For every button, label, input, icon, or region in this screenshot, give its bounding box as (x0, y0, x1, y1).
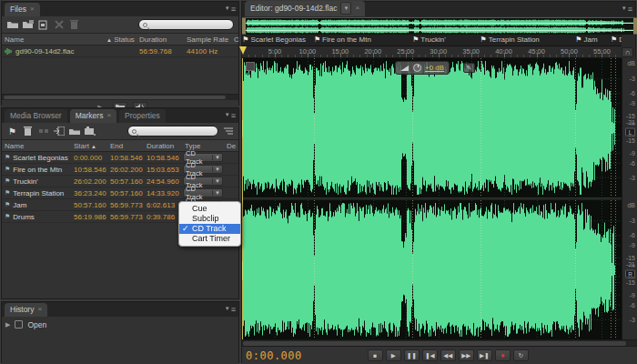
tab-media-browser[interactable]: Media Browser (5, 109, 67, 123)
tab-history[interactable]: History × (5, 303, 47, 317)
rewind-button[interactable]: ◀◀ (440, 349, 456, 361)
close-icon[interactable]: × (37, 306, 42, 313)
chevron-down-icon[interactable]: ▼ (340, 2, 351, 15)
timeline-marker[interactable]: ⚑Fire on the Mtn (314, 35, 371, 44)
import-file-icon[interactable] (22, 19, 34, 30)
add-marker-icon[interactable]: ⚑ (6, 126, 18, 136)
markers-col-description[interactable]: De (224, 142, 237, 150)
files-row[interactable]: gd90-09-14d2.flac 56:59.768 44100 Hz (2, 46, 238, 57)
tab-files[interactable]: Files × (5, 3, 40, 16)
display-options-icon[interactable] (246, 62, 255, 71)
ruler-tick-label: 30:00 (430, 47, 447, 56)
db-tick-label: -9 (630, 291, 635, 298)
snap-toggle-icon[interactable]: ∩ (622, 47, 633, 57)
db-tick-label: -3 (630, 76, 635, 82)
overview-left-handle[interactable] (242, 18, 246, 34)
files-col-duration[interactable]: Duration (136, 35, 184, 44)
editor-horizontal-scrollbar[interactable] (242, 339, 637, 346)
ruler-tick (458, 55, 459, 57)
markers-col-duration[interactable]: Duration (144, 142, 182, 150)
hud-pin-icon[interactable]: ✎ (463, 63, 475, 73)
export-markers-icon[interactable] (68, 126, 80, 136)
ruler-tick (517, 55, 518, 57)
markers-col-name[interactable]: Name (2, 142, 71, 150)
channel-divider[interactable] (242, 197, 622, 200)
markers-search-input[interactable] (127, 126, 218, 136)
marker-bar[interactable]: ⚑Scarlet Begonias⚑Fire on the Mtn⚑Trucki… (242, 35, 622, 46)
ruler-tick-label: 20:00 (364, 47, 381, 56)
history-panel: History × ▼≡ ▶ Open (1, 301, 239, 363)
timeline-ruler[interactable]: 5:0010:0015:0020:0025:0030:0035:0040:004… (242, 46, 622, 58)
timeline-marker[interactable]: ⚑Scarlet Begonias (242, 35, 306, 44)
files-col-status[interactable]: ▲ Status (102, 35, 136, 44)
gain-knob[interactable] (413, 64, 421, 72)
panel-menu-icon[interactable]: ▼≡ (225, 111, 236, 120)
close-icon[interactable]: × (355, 5, 359, 12)
waveform-display[interactable]: dB-3-3-6-6-9-9-15-15-21-21-∞LdB-3-3-6-6-… (242, 58, 637, 339)
menu-item-cd-track[interactable]: ✓ CD Track (179, 224, 240, 234)
timeline-marker[interactable]: ⚑Truckin' (412, 35, 446, 44)
filter-list-icon[interactable] (222, 126, 234, 136)
record-button[interactable]: ● (495, 349, 511, 361)
ruler-tick (589, 55, 590, 57)
stop-button[interactable]: ■ (368, 349, 383, 361)
waveform-right-channel[interactable] (242, 200, 622, 339)
tab-markers[interactable]: Markers × (70, 109, 116, 123)
files-panel: Files × ▼≡ Name ▲ Status Duration Sample… (1, 1, 239, 106)
channel-badge-r[interactable]: R (625, 269, 635, 278)
files-horizontal-scrollbar[interactable] (2, 94, 238, 99)
ruler-tick-label: 50:00 (561, 47, 578, 56)
export-audio-icon[interactable] (84, 126, 96, 136)
marker-flag-icon: ⚑ (5, 177, 10, 185)
db-tick-label: -6 (630, 159, 635, 166)
delete-marker-icon[interactable] (22, 126, 34, 136)
new-file-icon[interactable] (37, 19, 49, 30)
waveform-left-channel[interactable] (242, 58, 622, 197)
files-table-header[interactable]: Name ▲ Status Duration Sample Rate C (2, 34, 238, 46)
history-entry[interactable]: ▶ Open (5, 318, 235, 330)
pause-button[interactable]: ❚❚ (404, 349, 420, 361)
marker-flag-icon: ⚑ (412, 35, 419, 44)
files-col-name[interactable]: Name (2, 35, 102, 44)
tab-editor[interactable]: Editor: gd90-09-14d2.flac ▼ × (245, 1, 365, 16)
files-col-samplerate[interactable]: Sample Rate (184, 35, 231, 44)
files-col-channels[interactable]: C (231, 35, 240, 44)
files-search-input[interactable] (138, 19, 234, 30)
overview-right-handle[interactable] (633, 18, 637, 34)
ruler-tick-label: 55:00 (593, 47, 611, 56)
skip-to-end-button[interactable]: ▶❚ (477, 349, 492, 361)
channel-badge-l[interactable]: L (625, 127, 635, 136)
gain-hud[interactable]: +0 dB (395, 61, 450, 75)
menu-item-cue[interactable]: Cue (179, 204, 240, 214)
playhead-handle[interactable] (239, 46, 247, 55)
menu-item-subclip[interactable]: Subclip (179, 214, 240, 224)
skip-to-start-button[interactable]: ❚◀ (422, 349, 438, 361)
ruler-tick (419, 55, 420, 57)
markers-col-end[interactable]: End (107, 142, 144, 150)
timeline-marker[interactable]: ⚑Terrapin Station (480, 35, 540, 44)
playhead-line[interactable] (242, 58, 243, 339)
menu-item-cart-timer[interactable]: Cart Timer (179, 234, 240, 244)
panel-menu-icon[interactable]: ▼≡ (225, 5, 236, 14)
timecode-display: 0:00.000 (246, 349, 302, 362)
ruler-tick-label: 25:00 (397, 47, 414, 56)
tab-properties[interactable]: Properties (119, 109, 166, 123)
panel-menu-icon[interactable]: ▼≡ (225, 305, 236, 314)
marker-flag-icon: ⚑ (5, 189, 10, 197)
marker-flag-icon: ⚑ (5, 166, 10, 173)
timeline-marker[interactable]: ⚑Jam (575, 35, 597, 44)
overview-navigator[interactable] (242, 17, 637, 35)
panel-menu-icon[interactable]: ▼≡ (622, 5, 632, 14)
editor-panel: Editor: gd90-09-14d2.flac ▼ × ▼≡ ⚑Scarle… (241, 1, 636, 363)
fast-forward-button[interactable]: ▶▶ (459, 349, 474, 361)
loop-button[interactable]: ↻ (513, 349, 529, 361)
open-file-icon[interactable] (6, 19, 18, 30)
amplitude-ruler[interactable]: dB-3-3-6-6-9-9-15-15-21-21-∞LdB-3-3-6-6-… (622, 58, 637, 339)
markers-col-start[interactable]: Start▲ (71, 142, 107, 150)
gain-value[interactable]: +0 dB (425, 64, 444, 72)
timeline-marker[interactable]: ⚑Drums (611, 35, 622, 44)
close-icon[interactable]: × (106, 112, 111, 119)
insert-into-multitrack-icon[interactable] (53, 126, 65, 136)
play-button[interactable]: ▶ (386, 349, 401, 361)
close-icon[interactable]: × (30, 5, 35, 13)
